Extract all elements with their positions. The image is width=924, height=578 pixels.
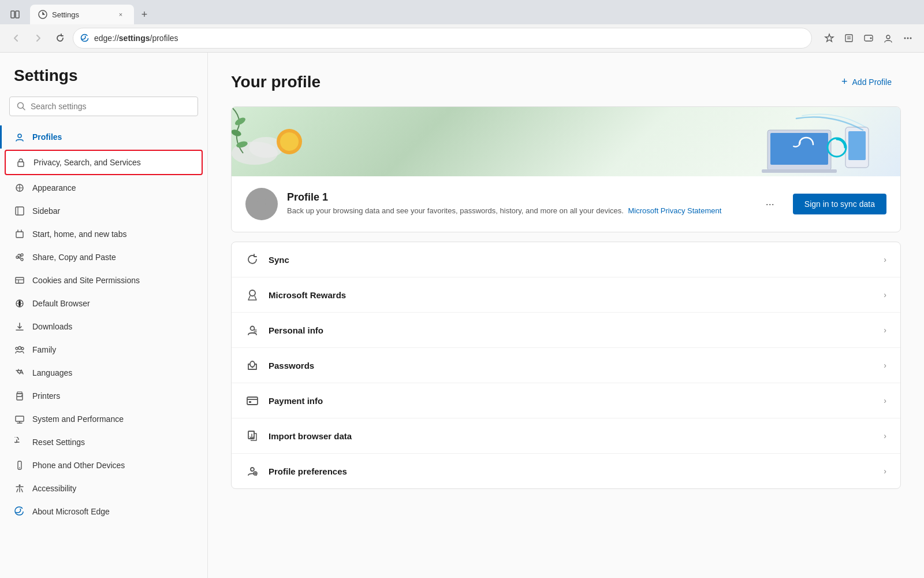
- sidebar-item-system[interactable]: System and Performance: [0, 407, 207, 431]
- svg-rect-38: [16, 416, 24, 421]
- sidebar-item-appearance[interactable]: Appearance: [0, 176, 207, 199]
- browser-chrome: Settings × + edge://settings/profiles: [0, 0, 924, 53]
- payment-chevron: ›: [884, 396, 886, 405]
- svg-rect-36: [17, 392, 22, 394]
- svg-point-10: [907, 38, 909, 39]
- sidebar-item-profiles[interactable]: Profiles: [0, 125, 207, 149]
- profile-text: Profile 1 Back up your browsing data and…: [287, 191, 747, 216]
- svg-point-11: [910, 38, 912, 39]
- menu-item-passwords[interactable]: Passwords ›: [232, 348, 900, 383]
- sidebar-item-label: System and Performance: [32, 414, 124, 424]
- menu-item-personal-info-label: Personal info: [269, 325, 874, 335]
- menu-item-personal-info[interactable]: Personal info ›: [232, 313, 900, 348]
- svg-point-47: [280, 132, 299, 151]
- menu-item-import[interactable]: Import browser data ›: [232, 418, 900, 454]
- sidebar-item-default-browser[interactable]: Default Browser: [0, 292, 207, 315]
- sidebar-item-downloads[interactable]: Downloads: [0, 315, 207, 338]
- sidebar-item-accessibility[interactable]: Accessibility: [0, 477, 207, 500]
- sidebar-item-privacy[interactable]: Privacy, Search, and Services: [5, 150, 203, 175]
- sidebar-item-cookies[interactable]: Cookies and Site Permissions: [0, 269, 207, 292]
- tab-bar-left: [7, 6, 23, 23]
- sidebar-item-reset[interactable]: Reset Settings: [0, 431, 207, 454]
- sidebar-item-sidebar[interactable]: Sidebar: [0, 199, 207, 223]
- sidebar-nav: Profiles Privacy, Search, and Services A…: [0, 125, 207, 523]
- menu-item-sync[interactable]: Sync ›: [232, 242, 900, 277]
- new-tab-button[interactable]: +: [136, 6, 152, 23]
- address-bold: settings: [119, 34, 150, 43]
- svg-line-13: [23, 108, 25, 110]
- tab-favicon: [38, 10, 47, 19]
- nav-bar: edge://settings/profiles: [0, 24, 924, 53]
- menu-item-preferences[interactable]: Profile preferences ›: [232, 454, 900, 488]
- sidebar-item-label: Appearance: [32, 183, 76, 192]
- sidebar-item-label: Languages: [32, 368, 72, 377]
- search-input[interactable]: [31, 102, 191, 111]
- sidebar-item-label: Downloads: [32, 322, 72, 331]
- refresh-button[interactable]: [51, 29, 69, 47]
- appearance-icon: [14, 182, 25, 194]
- svg-point-63: [252, 366, 254, 368]
- address-bar[interactable]: edge://settings/profiles: [73, 28, 812, 49]
- favorites-icon[interactable]: [820, 29, 839, 47]
- svg-rect-19: [16, 232, 23, 238]
- privacy-link[interactable]: Microsoft Privacy Statement: [628, 206, 722, 215]
- tab-title: Settings: [52, 10, 111, 19]
- svg-point-8: [886, 35, 890, 39]
- sidebar-item-languages[interactable]: Languages: [0, 361, 207, 384]
- sidebar-item-label: Sidebar: [32, 206, 60, 216]
- languages-icon: [14, 367, 25, 379]
- add-profile-button[interactable]: + Add Profile: [832, 71, 901, 92]
- svg-rect-52: [770, 133, 828, 165]
- svg-point-43: [19, 484, 21, 486]
- sidebar-icon: [14, 205, 25, 217]
- sidebar-item-phone[interactable]: Phone and Other Devices: [0, 454, 207, 477]
- plus-icon: +: [841, 76, 848, 88]
- edge-icon: [80, 34, 90, 43]
- svg-rect-17: [16, 207, 24, 215]
- tab-close-button[interactable]: ×: [116, 9, 126, 20]
- forward-button[interactable]: [29, 29, 47, 47]
- settings-tab[interactable]: Settings ×: [30, 5, 134, 24]
- menu-item-rewards[interactable]: Microsoft Rewards ›: [232, 277, 900, 313]
- svg-rect-1: [16, 11, 19, 18]
- phone-icon: [14, 460, 25, 471]
- sidebar-item-label: Share, Copy and Paste: [32, 253, 116, 262]
- svg-line-25: [18, 255, 21, 257]
- sidebar-item-share-copy[interactable]: Share, Copy and Paste: [0, 246, 207, 269]
- import-chevron: ›: [884, 431, 886, 440]
- collections-icon[interactable]: [840, 29, 858, 47]
- svg-rect-15: [18, 162, 24, 166]
- sidebar-item-start-home[interactable]: Start, home, and new tabs: [0, 223, 207, 246]
- sidebar-item-family[interactable]: Family: [0, 338, 207, 361]
- tab-bar: Settings × +: [0, 0, 924, 24]
- sidebar-toggle-button[interactable]: [7, 6, 23, 23]
- profile-more-button[interactable]: ···: [757, 198, 784, 210]
- menu-item-preferences-label: Profile preferences: [269, 466, 874, 476]
- sidebar-item-label: Printers: [32, 391, 60, 401]
- back-button[interactable]: [7, 29, 25, 47]
- cookies-icon: [14, 275, 25, 286]
- search-box[interactable]: [9, 97, 198, 116]
- sync-chevron: ›: [884, 255, 886, 264]
- sign-in-button[interactable]: Sign in to sync data: [793, 194, 886, 214]
- more-icon[interactable]: [899, 29, 917, 47]
- address-suffix: /profiles: [150, 34, 178, 43]
- settings-title: Settings: [0, 66, 207, 97]
- wallet-icon[interactable]: [859, 29, 878, 47]
- sidebar-item-about[interactable]: About Microsoft Edge: [0, 500, 207, 523]
- share-copy-icon: [14, 251, 25, 263]
- settings-sidebar: Settings Profiles Privacy, Search: [0, 53, 208, 578]
- rewards-icon: [245, 288, 259, 302]
- menu-item-import-label: Import browser data: [269, 431, 874, 441]
- profile-name: Profile 1: [287, 191, 747, 203]
- menu-item-payment[interactable]: Payment info ›: [232, 383, 900, 418]
- svg-point-22: [21, 254, 23, 256]
- profile-info-row: Profile 1 Back up your browsing data and…: [232, 176, 900, 232]
- avatar: [245, 188, 278, 220]
- svg-point-32: [18, 347, 21, 350]
- passwords-chevron: ›: [884, 361, 886, 370]
- profile-icon[interactable]: [879, 29, 897, 47]
- sidebar-item-printers[interactable]: Printers: [0, 384, 207, 407]
- add-profile-label: Add Profile: [852, 77, 892, 87]
- svg-point-58: [249, 290, 255, 296]
